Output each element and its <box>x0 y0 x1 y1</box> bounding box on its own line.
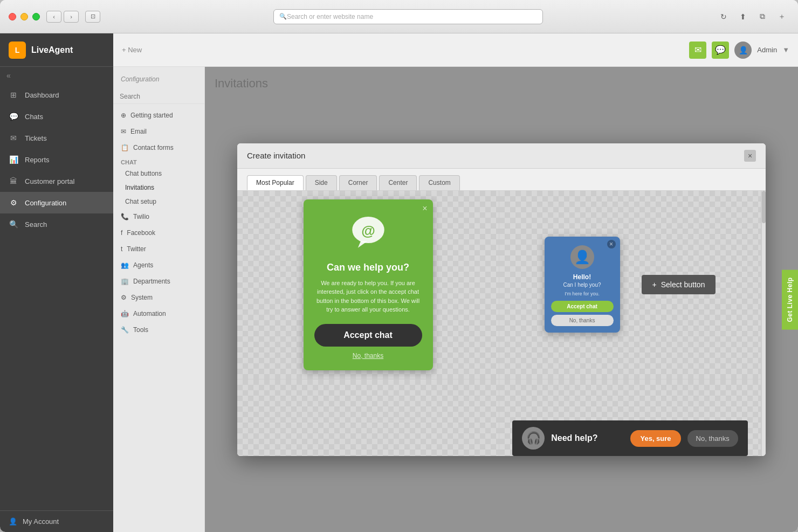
blue-popup-avatar: 👤 <box>570 245 594 269</box>
blue-popup-accept-button[interactable]: Accept chat <box>551 301 614 312</box>
config-item-twilio[interactable]: 📞 Twilio <box>113 209 204 225</box>
sidebar-collapse-button[interactable]: « <box>0 67 113 84</box>
my-account-label: My Account <box>23 517 59 526</box>
nav-buttons: ‹ › <box>46 11 79 23</box>
config-item-system[interactable]: ⚙ System <box>113 289 204 306</box>
refresh-button[interactable]: ↻ <box>716 11 731 23</box>
config-sidebar: Configuration ⊕ Getting started ✉ Email … <box>113 67 205 532</box>
config-item-contact-forms[interactable]: 📋 Contact forms <box>113 140 204 156</box>
config-section-chat: Chat <box>113 156 204 167</box>
sidebar-header: L LiveAgent <box>0 33 113 67</box>
create-invitation-dialog: Create invitation × Most Popular Side Co… <box>237 143 766 456</box>
tab-side[interactable]: Side <box>306 175 337 190</box>
sidebar-item-reports[interactable]: 📊 Reports <box>0 149 113 170</box>
tab-corner[interactable]: Corner <box>339 175 377 190</box>
config-item-email[interactable]: ✉ Email <box>113 123 204 140</box>
chat-notification-button[interactable]: 💬 <box>712 42 729 59</box>
sidebar: L LiveAgent « ⊞ Dashboard 💬 Chats <box>0 33 113 532</box>
tools-icon: 🔧 <box>121 326 129 334</box>
config-search-input[interactable] <box>113 89 204 104</box>
invitation-grid: × <box>237 191 761 456</box>
dialog-scroll-area[interactable]: × <box>237 191 761 456</box>
config-item-agents[interactable]: 👥 Agents <box>113 257 204 273</box>
sidebar-navigation: ⊞ Dashboard 💬 Chats ✉ Tickets 📊 Reports <box>0 84 113 510</box>
dialog-title: Create invitation <box>247 151 305 160</box>
dark-banner: 🎧 Need help? Yes, sure No, thanks <box>512 420 748 456</box>
config-item-tools[interactable]: 🔧 Tools <box>113 322 204 338</box>
minimize-traffic-light[interactable] <box>20 13 28 20</box>
config-area: Configuration ⊕ Getting started ✉ Email … <box>113 67 798 532</box>
agents-label: Agents <box>133 261 153 269</box>
dialog-scrollbar-thumb[interactable] <box>762 191 766 223</box>
getting-started-label: Getting started <box>130 112 173 119</box>
dark-banner-no-button[interactable]: No, thanks <box>687 430 738 447</box>
sidebar-item-search[interactable]: 🔍 Search <box>0 213 113 235</box>
live-help-button[interactable]: Get Live Help <box>782 270 798 329</box>
twitter-icon: t <box>121 245 122 253</box>
tab-bar: Most Popular Side Corner Center Custom <box>237 169 766 191</box>
tab-most-popular[interactable]: Most Popular <box>247 175 304 190</box>
browser-actions: ↻ ⬆ ⧉ ＋ <box>716 11 789 23</box>
invitation-tile-empty-bottom-left <box>237 379 499 456</box>
sidebar-item-chats[interactable]: 💬 Chats <box>0 106 113 127</box>
sidebar-item-label-portal: Customer portal <box>25 177 74 185</box>
back-button[interactable]: ‹ <box>46 11 61 23</box>
select-button-area: + Select button <box>642 275 716 294</box>
config-item-facebook[interactable]: f Facebook <box>113 225 204 241</box>
sidebar-item-configuration[interactable]: ⚙ Configuration <box>0 192 113 213</box>
svg-marker-3 <box>357 241 367 247</box>
config-sub-item-chat-buttons[interactable]: Chat buttons <box>113 167 204 181</box>
green-card-no-thanks-link[interactable]: No, thanks <box>314 352 422 360</box>
close-traffic-light[interactable] <box>9 13 16 20</box>
address-bar[interactable]: 🔍 Search or enter website name <box>273 9 543 24</box>
config-item-getting-started[interactable]: ⊕ Getting started <box>113 107 204 123</box>
main-header: + New ✉ 💬 👤 Admin ▼ <box>113 33 798 67</box>
sidebar-item-dashboard[interactable]: ⊞ Dashboard <box>0 84 113 106</box>
config-item-automation[interactable]: 🤖 Automation <box>113 306 204 322</box>
main-area: + New ✉ 💬 👤 Admin ▼ Configuration <box>113 33 798 532</box>
contact-forms-icon: 📋 <box>121 144 129 151</box>
header-user-label[interactable]: Admin <box>757 46 777 54</box>
reader-button[interactable]: ⊡ <box>85 11 100 23</box>
config-item-departments[interactable]: 🏢 Departments <box>113 273 204 289</box>
maximize-traffic-light[interactable] <box>32 13 40 20</box>
tab-custom[interactable]: Custom <box>419 175 459 190</box>
dark-banner-yes-button[interactable]: Yes, sure <box>630 430 680 447</box>
system-label: System <box>131 294 153 301</box>
automation-label: Automation <box>133 310 166 317</box>
dialog-body: × <box>237 191 766 456</box>
sidebar-item-customer-portal[interactable]: 🏛 Customer portal <box>0 170 113 192</box>
sidebar-item-tickets[interactable]: ✉ Tickets <box>0 127 113 149</box>
tab-center[interactable]: Center <box>379 175 417 190</box>
tabs-button[interactable]: ⧉ <box>755 11 770 23</box>
plus-icon: + <box>652 280 657 289</box>
email-config-label: Email <box>130 128 147 135</box>
green-card: × <box>304 199 433 370</box>
facebook-icon: f <box>121 229 122 237</box>
logo-text: LiveAgent <box>31 45 73 55</box>
dialog-close-button[interactable]: × <box>744 150 756 162</box>
dialog-scrollbar[interactable] <box>761 191 766 456</box>
automation-icon: 🤖 <box>121 310 129 317</box>
sidebar-item-label-dashboard: Dashboard <box>25 91 59 99</box>
forward-button[interactable]: › <box>64 11 79 23</box>
svg-text:@: @ <box>361 223 375 239</box>
config-item-twitter[interactable]: t Twitter <box>113 241 204 257</box>
share-button[interactable]: ⬆ <box>735 11 751 23</box>
green-card-close-icon[interactable]: × <box>422 204 427 213</box>
add-tab-button[interactable]: ＋ <box>774 11 789 23</box>
config-sub-item-chat-setup[interactable]: Chat setup <box>113 195 204 209</box>
agents-icon: 👥 <box>121 261 129 269</box>
email-notification-button[interactable]: ✉ <box>689 42 706 59</box>
sidebar-item-label-chats: Chats <box>25 113 43 121</box>
green-card-accept-button[interactable]: Accept chat <box>314 324 422 347</box>
blue-popup-subtitle: Can I help you? <box>551 282 614 288</box>
config-sub-item-invitations[interactable]: Invitations <box>113 181 204 195</box>
blue-popup-no-thanks-button[interactable]: No, thanks <box>551 315 614 326</box>
green-card-body: We are ready to help you. If you are int… <box>314 279 422 314</box>
select-button[interactable]: + Select button <box>642 275 716 294</box>
header-user-chevron[interactable]: ▼ <box>782 46 789 54</box>
sidebar-footer-my-account[interactable]: 👤 My Account <box>0 510 113 532</box>
invitation-tile-dark-banner: 🎧 Need help? Yes, sure No, thanks <box>499 379 761 456</box>
blue-popup-close-icon[interactable]: × <box>607 240 616 248</box>
